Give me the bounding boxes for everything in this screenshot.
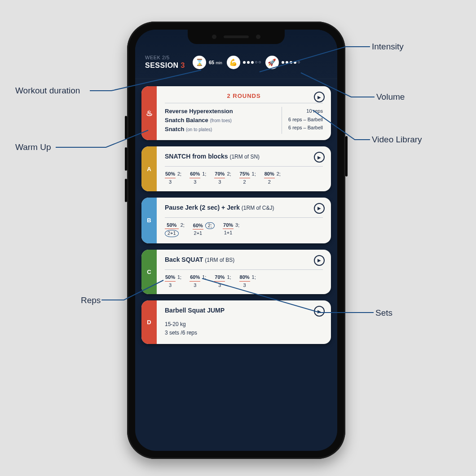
tab-b: B bbox=[141, 198, 157, 243]
card-block-b[interactable]: B▶Pause Jerk (2 sec) + Jerk (1RM of C&J)… bbox=[141, 198, 331, 243]
arm-flex-icon: 💪 bbox=[227, 56, 240, 69]
tab-c: C bbox=[141, 250, 157, 294]
notch bbox=[188, 30, 285, 44]
sets-row: 50%2+12;60%2+12;70%1+13; bbox=[165, 222, 323, 237]
volume-dots bbox=[282, 61, 300, 64]
stat-volume: 🚀 bbox=[265, 56, 300, 69]
exercise-title: Barbell Squat JUMP bbox=[165, 307, 323, 314]
exercise-title: Back SQUAT (1RM of BS) bbox=[165, 256, 323, 263]
flame-icon: ♨ bbox=[146, 109, 153, 118]
phone-frame: WEEK 2/5 SESSION 3 ⌛ 65 min 💪 🚀 bbox=[127, 22, 345, 459]
warmup-reps: 10 reps6 reps – Barbell6 reps – Barbell bbox=[282, 107, 323, 134]
session-title: SESSION 3 bbox=[145, 62, 188, 70]
stat-duration: ⌛ 65 min bbox=[193, 56, 222, 69]
anno-workout-duration: Workout duration bbox=[15, 86, 80, 96]
exercise-detail: 15-20 kg3 sets /6 reps bbox=[165, 320, 323, 337]
play-button[interactable]: ▶ bbox=[314, 255, 325, 266]
card-block-d[interactable]: D▶Barbell Squat JUMP15-20 kg3 sets /6 re… bbox=[141, 300, 331, 344]
anno-reps: Reps bbox=[81, 295, 101, 305]
anno-video-library: Video Library bbox=[372, 135, 422, 145]
play-button[interactable]: ▶ bbox=[314, 203, 325, 214]
rounds-label: 2 ROUNDS bbox=[165, 93, 323, 99]
anno-warm-up: Warm Up bbox=[15, 142, 51, 152]
play-button[interactable]: ▶ bbox=[314, 152, 325, 163]
anno-volume: Volume bbox=[376, 92, 405, 102]
warmup-exercises: Reverse HyperextensionSnatch Balance (fr… bbox=[165, 107, 275, 134]
anno-sets: Sets bbox=[375, 308, 392, 318]
play-button[interactable]: ▶ bbox=[314, 92, 325, 102]
screen: WEEK 2/5 SESSION 3 ⌛ 65 min 💪 🚀 bbox=[135, 30, 337, 451]
play-button[interactable]: ▶ bbox=[314, 306, 325, 317]
rocket-icon: 🚀 bbox=[265, 56, 279, 69]
intensity-dots bbox=[243, 61, 261, 64]
sets-row: 50%31;60%31;70%31;80%31; bbox=[165, 274, 323, 288]
card-warmup[interactable]: ♨ ▶ 2 ROUNDS Reverse HyperextensionSnatc… bbox=[141, 86, 331, 140]
card-block-a[interactable]: A▶SNATCH from blocks (1RM of SN)50%32;60… bbox=[141, 146, 331, 191]
card-block-c[interactable]: C▶Back SQUAT (1RM of BS)50%31;60%31;70%3… bbox=[141, 250, 331, 294]
tab-d: D bbox=[141, 300, 157, 344]
exercise-title: Pause Jerk (2 sec) + Jerk (1RM of C&J) bbox=[165, 204, 323, 211]
tab-a: A bbox=[141, 146, 157, 191]
anno-intensity: Intensity bbox=[372, 42, 404, 52]
content-area[interactable]: ♨ ▶ 2 ROUNDS Reverse HyperextensionSnatc… bbox=[135, 79, 337, 351]
sets-row: 50%32;60%31;70%32;75%21;80%22; bbox=[165, 171, 323, 185]
stat-intensity: 💪 bbox=[227, 56, 261, 69]
tab-warmup: ♨ bbox=[141, 86, 157, 140]
hourglass-icon: ⌛ bbox=[193, 56, 206, 69]
exercise-title: SNATCH from blocks (1RM of SN) bbox=[165, 153, 323, 160]
week-label: WEEK 2/5 bbox=[145, 55, 188, 60]
